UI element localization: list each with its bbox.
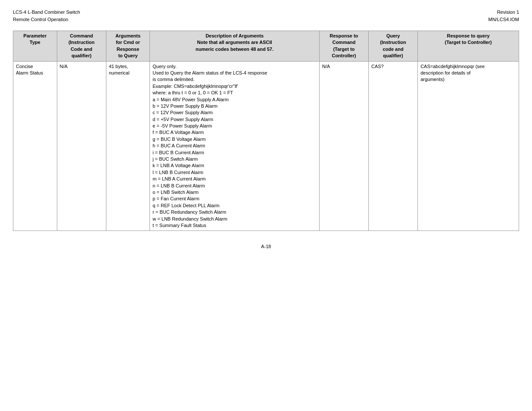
desc-line: q = REF Lock Detect PLL Alarm bbox=[152, 202, 316, 209]
cell-resp-cmd: N/A bbox=[319, 61, 368, 231]
col-header-param: Parameter Type bbox=[13, 31, 57, 62]
main-table: Parameter Type Command (Instruction Code… bbox=[13, 31, 519, 231]
cell-desc: Query only.Used to Query the Alarm statu… bbox=[150, 61, 319, 231]
desc-line: d = +5V Power Supply Alarm bbox=[152, 116, 316, 123]
col-header-cmd: Command (Instruction Code and qualifier) bbox=[57, 31, 106, 62]
page-header: LCS-4 L-Band Combiner Switch Remote Cont… bbox=[13, 9, 519, 23]
cell-param: Concise Alarm Status bbox=[13, 61, 57, 231]
desc-line: Example: CMS=abcdefghijklmnopqr'cr''lf' bbox=[152, 83, 316, 90]
desc-line: h = BUC A Current Alarm bbox=[152, 143, 316, 149]
header-title: LCS-4 L-Band Combiner Switch bbox=[13, 9, 80, 16]
desc-line: n = LNB B Current Alarm bbox=[152, 183, 316, 189]
desc-line: l = LNB B Current Alarm bbox=[152, 169, 316, 176]
col-header-desc: Description of Arguments Note that all a… bbox=[150, 31, 319, 62]
page-number: A-18 bbox=[261, 244, 271, 249]
col-header-resp-cmd: Response to Command (Target to Controlle… bbox=[319, 31, 368, 62]
desc-line: m = LNB A Current Alarm bbox=[152, 176, 316, 182]
cell-resp-query: CAS=abcdefghijklmnopqr (see description … bbox=[418, 61, 519, 231]
header-right: Revision 1 MN/LCS4.IOM bbox=[488, 9, 519, 23]
desc-line: j = BUC Switch Alarm bbox=[152, 156, 316, 162]
desc-line: c = 12V Power Supply Alarm bbox=[152, 109, 316, 116]
cell-cmd: N/A bbox=[57, 61, 106, 231]
desc-line: f = BUC A Voltage Alarm bbox=[152, 129, 316, 136]
table-row: Concise Alarm StatusN/A41 bytes, numeric… bbox=[13, 61, 519, 231]
page-footer: A-18 bbox=[13, 244, 519, 249]
desc-line: Query only. bbox=[152, 63, 316, 70]
desc-line: t = Summary Fault Status bbox=[152, 222, 316, 229]
desc-line: where: a thru t = 0 or 1, 0 = OK 1 = FT bbox=[152, 90, 316, 96]
col-header-query: Query (Instruction code and qualifier) bbox=[368, 31, 417, 62]
desc-line: o = LNB Switch Alarm bbox=[152, 189, 316, 196]
desc-line: e = -5V Power Supply Alarm bbox=[152, 123, 316, 129]
cell-args: 41 bytes, numerical bbox=[106, 61, 150, 231]
desc-line: r = BUC Redundancy Switch Alarm bbox=[152, 209, 316, 215]
header-subtitle: Remote Control Operation bbox=[13, 16, 80, 23]
desc-line: a = Main 48V Power Supply A Alarm bbox=[152, 97, 316, 103]
desc-line: k = LNB A Voltage Alarm bbox=[152, 162, 316, 169]
cell-query: CAS? bbox=[368, 61, 417, 231]
header-revision: Revision 1 bbox=[488, 9, 519, 16]
desc-line: i = BUC B Current Alarm bbox=[152, 149, 316, 156]
header-docnum: MN/LCS4.IOM bbox=[488, 16, 519, 23]
col-header-resp-query: Response to query (Target to Controller) bbox=[418, 31, 519, 62]
table-header-row: Parameter Type Command (Instruction Code… bbox=[13, 31, 519, 62]
desc-line: is comma delimited. bbox=[152, 76, 316, 83]
desc-line: g = BUC B Voltage Alarm bbox=[152, 136, 316, 143]
desc-line: b = 12V Power Supply B Alarm bbox=[152, 103, 316, 109]
header-left: LCS-4 L-Band Combiner Switch Remote Cont… bbox=[13, 9, 80, 23]
desc-line: p = Fan Current Alarm bbox=[152, 196, 316, 202]
desc-line: w = LNB Redundancy Switch Alarm bbox=[152, 216, 316, 222]
desc-line: Used to Query the Alarm status of the LC… bbox=[152, 70, 316, 76]
col-header-args: Arguments for Cmd or Response to Query bbox=[106, 31, 150, 62]
